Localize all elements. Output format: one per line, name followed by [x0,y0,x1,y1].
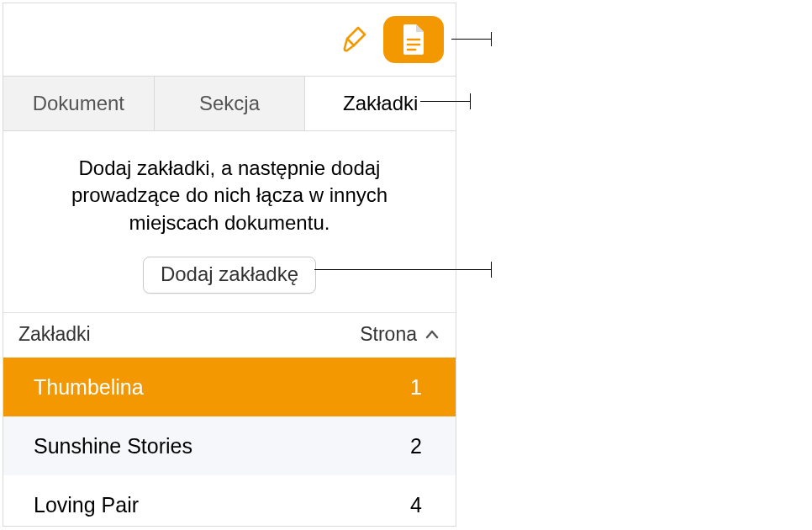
sort-up-icon[interactable] [424,326,440,343]
bookmark-row[interactable]: Thumbelina 1 [3,358,456,416]
callout-line [314,269,492,270]
tabs: Dokument Sekcja Zakładki [3,76,456,131]
tab-section[interactable]: Sekcja [155,77,306,130]
bookmark-name: Sunshine Stories [34,434,410,458]
sidebar-panel: Dokument Sekcja Zakładki Dodaj zakładki,… [3,3,456,527]
callout-line [420,101,471,102]
bookmark-page: 2 [410,434,422,458]
callout-line [451,39,492,40]
add-bookmark-button[interactable]: Dodaj zakładkę [143,257,316,294]
format-brush-icon[interactable] [340,24,370,55]
add-bookmark-row: Dodaj zakładkę [3,252,456,312]
tab-document[interactable]: Dokument [3,77,155,130]
toolbar [3,3,456,76]
bookmark-page: 4 [410,493,422,517]
bookmark-name: Thumbelina [34,375,410,400]
tab-label: Dokument [33,92,124,115]
callout-end-bar [470,93,471,109]
bookmark-name: Loving Pair [34,493,410,517]
callout-end-bar [491,262,492,278]
tab-label: Sekcja [199,92,260,115]
tab-label: Zakładki [343,92,418,115]
bookmark-list-header: Zakładki Strona [3,312,456,358]
bookmark-row[interactable]: Loving Pair 4 [3,475,456,527]
bookmark-row[interactable]: Sunshine Stories 2 [3,416,456,475]
header-name-label: Zakładki [18,323,360,346]
bookmarks-description: Dodaj zakładki, a następnie dodaj prowad… [3,131,456,252]
document-button[interactable] [383,16,444,63]
header-page-label[interactable]: Strona [360,323,417,346]
callout-end-bar [491,32,492,46]
bookmark-page: 1 [410,375,422,400]
tab-bookmarks[interactable]: Zakładki [305,77,456,130]
add-bookmark-label: Dodaj zakładkę [161,262,298,285]
